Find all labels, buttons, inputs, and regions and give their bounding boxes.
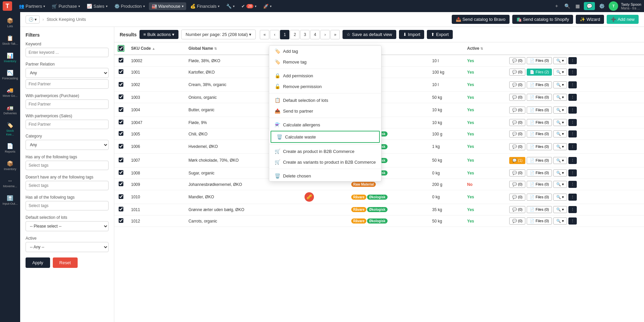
search-row-button[interactable]: 🔍 ▾ [553,143,567,150]
dropdown-item-delete-chosen[interactable]: 🗑️Delete chosen [269,170,381,181]
prev-prev-page-button[interactable]: « [260,30,269,39]
row-checkbox[interactable] [119,94,123,99]
search-row-button[interactable]: 🔍 ▾ [553,194,567,201]
next-next-page-button[interactable]: » [330,30,340,39]
page-3-button[interactable]: 3 [300,30,310,39]
comment-button[interactable]: 💬 (0) [509,181,526,188]
add-new-button[interactable]: ➕ Add new [607,15,639,24]
nav-item-extra1[interactable]: 🔧 ▾ [224,2,237,10]
row-checkbox[interactable] [119,218,123,223]
more-button[interactable]: ⋮ [568,169,577,176]
files-button[interactable]: 📄 Files (0) [527,81,552,88]
page-2-button[interactable]: 2 [290,30,299,39]
row-checkbox[interactable] [119,158,123,162]
more-button[interactable]: ⋮ [568,194,577,201]
sidebar-item-inputout[interactable]: ⬆️ Input-Out... [1,192,19,208]
more-button[interactable]: ⋮ [568,107,577,114]
send-catalog-shopify-button[interactable]: 🛍️ Send catalog to Shopify [512,15,573,24]
more-button[interactable]: ⋮ [568,69,577,76]
files-button[interactable]: 📄 Files (0) [527,157,552,164]
row-checkbox-cell[interactable] [114,55,128,67]
per-page-button[interactable]: Number per page: 25 (208 total) ▾ [181,30,256,39]
row-checkbox-cell[interactable] [114,117,128,128]
dropdown-item-send-to-partner[interactable]: 📤Send to partner [269,106,381,116]
files-button[interactable]: 📄 Files (0) [527,57,552,64]
row-checkbox[interactable] [119,144,123,149]
comment-button[interactable]: 💬 (0) [509,81,526,88]
search-row-button[interactable]: 🔍 ▾ [553,57,567,64]
search-row-button[interactable]: 🔍 ▾ [553,157,567,164]
dropdown-item-calculate-allergens[interactable]: ⚗️Calculate allergens [269,119,381,130]
more-button[interactable]: ⋮ [568,157,577,164]
nav-item-production[interactable]: ⚙️ Production ▾ [112,2,148,10]
reset-button[interactable]: Reset [53,257,78,268]
files-button[interactable]: 📄 Files (0) [527,107,552,114]
select-all-checkbox[interactable] [119,46,123,51]
sidebar-item-movego[interactable]: 🚚 Move Go... [1,84,19,100]
files-button[interactable]: 📄 Files (0) [527,143,552,150]
more-button[interactable]: ⋮ [568,143,577,150]
sidebar-item-stockkee[interactable]: 🏷️ Stock Kee... [1,119,19,139]
comment-button[interactable]: 💬 (0) [509,217,526,225]
nav-item-financials[interactable]: 💰 Financials ▾ [188,2,223,10]
sidebar-item-inventory[interactable]: 📊 Inventory [1,50,19,66]
bulk-actions-button[interactable]: ≡ Bulk actions ▾ [139,30,179,39]
keyword-input[interactable] [26,48,109,57]
more-button[interactable]: ⋮ [568,57,577,64]
more-button[interactable]: ⋮ [568,130,577,137]
settings-button[interactable]: ⚙️ [598,2,606,10]
row-checkbox[interactable] [119,69,123,74]
comment-button[interactable]: 💬 (0) [509,94,526,101]
row-checkbox-cell[interactable] [114,103,128,117]
search-row-button[interactable]: 🔍 ▾ [553,81,567,88]
row-checkbox-cell[interactable] [114,78,128,92]
comment-button[interactable]: 💬 (0) [509,130,526,137]
dropdown-item-calculate-waste[interactable]: 🗑️Calculate waste [271,131,380,143]
sidebar-item-inventory2[interactable]: 📦 Inventory [1,158,19,174]
more-button[interactable]: ⋮ [568,217,577,225]
row-checkbox-cell[interactable] [114,215,128,227]
comment-button[interactable]: 💬 (0) [509,69,526,76]
row-checkbox-cell[interactable] [114,204,128,215]
files-button[interactable]: 📄 Files (0) [527,217,552,225]
files-button[interactable]: 📄 Files (2) [527,69,552,76]
more-button[interactable]: ⋮ [568,94,577,101]
more-button[interactable]: ⋮ [568,81,577,88]
row-checkbox[interactable] [119,182,123,186]
files-button[interactable]: 📄 Files (0) [527,181,552,188]
search-row-button[interactable]: 🔍 ▾ [553,119,567,126]
row-checkbox-cell[interactable] [114,190,128,204]
search-row-button[interactable]: 🔍 ▾ [553,69,567,76]
search-row-button[interactable]: 🔍 ▾ [553,94,567,101]
sidebar-item-lots[interactable]: 📦 Lots [1,15,19,31]
add-button[interactable]: ＋ [553,2,560,10]
search-row-button[interactable]: 🔍 ▾ [553,130,567,137]
search-row-button[interactable]: 🔍 ▾ [553,206,567,213]
row-checkbox[interactable] [119,107,123,112]
tags-any-input[interactable] [26,161,109,170]
sku-code-header[interactable]: SKU Code ▲ [128,42,185,55]
comment-button[interactable]: 💬 (0) [509,143,526,150]
save-default-view-button[interactable]: ☆ Save as default view [343,30,396,39]
sidebar-item-stocktak[interactable]: 📋 Stock-Tak... [1,32,19,48]
tags-none-input[interactable] [26,181,109,190]
send-catalog-bravo-button[interactable]: 📤 Send catalog to Bravo [452,15,510,24]
row-checkbox[interactable] [119,207,123,211]
more-button[interactable]: ⋮ [568,119,577,126]
next-page-button[interactable]: › [320,30,330,39]
row-checkbox[interactable] [119,58,123,63]
partner-relation-input[interactable] [26,79,109,89]
partner-prices-purchase-input[interactable] [26,99,109,109]
prev-page-button[interactable]: ‹ [270,30,279,39]
row-checkbox-cell[interactable] [114,92,128,103]
comment-button[interactable]: 💬 (0) [509,107,526,114]
more-button[interactable]: ⋮ [568,181,577,188]
comment-button[interactable]: 💬 (0) [509,206,526,213]
partner-prices-sales-input[interactable] [26,120,109,129]
row-checkbox-cell[interactable] [114,128,128,140]
nav-item-extra2[interactable]: 🚀 ▾ [260,2,274,10]
row-checkbox[interactable] [119,170,123,175]
files-button[interactable]: 📄 Files (0) [527,206,552,213]
row-checkbox[interactable] [119,82,123,87]
select-all-header[interactable] [114,42,128,55]
